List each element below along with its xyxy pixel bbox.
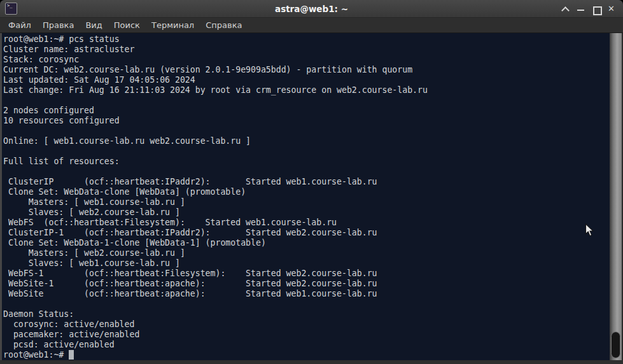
menu-item-search[interactable]: Поиск <box>108 18 146 32</box>
terminal-line <box>3 126 606 136</box>
terminal-line: WebSite (ocf::heartbeat:apache): Started… <box>3 289 606 299</box>
terminal-line: root@web1:~# pcs status <box>3 34 606 45</box>
terminal-line: Masters: [ web2.course-lab.ru ] <box>3 248 606 258</box>
terminal-prompt-line: root@web1:~# <box>3 350 606 360</box>
terminal-line: Current DC: web2.course-lab.ru (version … <box>3 65 606 75</box>
menu-item-view[interactable]: Вид <box>80 18 108 32</box>
terminal-line: pacemaker: active/enabled <box>3 330 606 340</box>
window-controls: ✕ <box>561 0 615 18</box>
scrollbar-thumb[interactable] <box>611 332 620 358</box>
terminal-output[interactable]: root@web1:~# pcs status Cluster name: as… <box>3 34 606 360</box>
terminal-line: pcsd: active/enabled <box>3 340 606 350</box>
menu-item-help[interactable]: Справка <box>200 18 248 32</box>
terminal-line <box>3 167 606 177</box>
shell-prompt: root@web1:~# <box>3 350 69 360</box>
menu-item-edit[interactable]: Правка <box>37 18 80 32</box>
shade-button[interactable] <box>561 4 570 13</box>
terminal-window: >_ astra@web1: ~ ✕ Файл Правка Вид Поиск… <box>0 0 623 364</box>
terminal-line: Full list of resources: <box>3 157 606 167</box>
terminal-line <box>3 299 606 309</box>
menu-item-terminal[interactable]: Терминал <box>146 18 200 32</box>
terminal-line: Slaves: [ web2.course-lab.ru ] <box>3 207 606 218</box>
titlebar[interactable]: >_ astra@web1: ~ ✕ <box>0 0 623 18</box>
terminal-line: Clone Set: WebData-clone [WebData] (prom… <box>3 187 606 197</box>
terminal-icon-glyph: >_ <box>7 3 12 8</box>
terminal-line: Online: [ web1.course-lab.ru web2.course… <box>3 136 606 146</box>
terminal-line: Clone Set: WebData-1-clone [WebData-1] (… <box>3 238 606 248</box>
window-border-bottom <box>0 360 623 364</box>
terminal-line: WebFS (ocf::heartbeat:Filesystem): Start… <box>3 218 606 228</box>
terminal-line: 10 resources configured <box>3 116 606 126</box>
terminal-line: corosync: active/enabled <box>3 319 606 330</box>
terminal-icon: >_ <box>5 3 17 15</box>
terminal-line <box>3 95 606 106</box>
minimize-button[interactable] <box>577 4 585 13</box>
menu-item-file[interactable]: Файл <box>3 18 37 32</box>
terminal-line: Stack: corosync <box>3 55 606 65</box>
terminal-line: Slaves: [ web1.course-lab.ru ] <box>3 258 606 269</box>
close-button[interactable]: ✕ <box>607 4 615 13</box>
terminal-line <box>3 146 606 157</box>
terminal-line: Last updated: Sat Aug 17 04:05:06 2024 <box>3 75 606 85</box>
terminal-line: WebSite-1 (ocf::heartbeat:apache): Start… <box>3 279 606 289</box>
terminal-line: Last change: Fri Aug 16 21:11:03 2024 by… <box>3 85 606 95</box>
terminal-line: Cluster name: astracluster <box>3 45 606 55</box>
mouse-cursor <box>585 223 594 237</box>
text-cursor <box>69 350 74 360</box>
scrollbar[interactable] <box>610 33 622 360</box>
window-border-left <box>0 33 2 360</box>
terminal-line: Daemon Status: <box>3 309 606 319</box>
menu-bar: Файл Правка Вид Поиск Терминал Справка <box>0 18 623 33</box>
terminal-line: 2 nodes configured <box>3 106 606 116</box>
terminal-line: ClusterIP-1 (ocf::heartbeat:IPaddr2): St… <box>3 228 606 238</box>
maximize-button[interactable] <box>592 4 600 13</box>
terminal-line: ClusterIP (ocf::heartbeat:IPaddr2): Star… <box>3 177 606 187</box>
terminal-line: Masters: [ web1.course-lab.ru ] <box>3 197 606 207</box>
terminal-line: WebFS-1 (ocf::heartbeat:Filesystem): Sta… <box>3 269 606 279</box>
window-title: astra@web1: ~ <box>76 0 547 18</box>
